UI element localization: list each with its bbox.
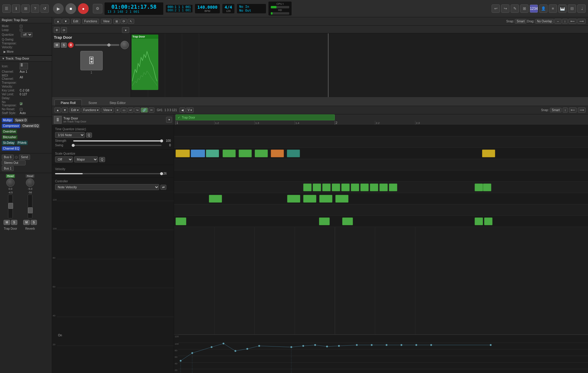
strength-thumb[interactable] [160, 139, 163, 142]
list-view-icon[interactable]: ≡ [549, 4, 557, 13]
plugin-bitcrusher[interactable]: Bitcrusher [2, 135, 18, 139]
tq-select[interactable]: 1/16 Note [55, 132, 85, 138]
settings-icon[interactable]: ⚙ [93, 4, 102, 13]
pr-redo-btn[interactable]: ↪ [134, 108, 140, 113]
note-clap-11[interactable] [475, 184, 483, 191]
piano-icon[interactable]: 🎹 [558, 4, 567, 13]
bus-6-button[interactable]: Bus 6 [2, 155, 14, 160]
loop-checkbox[interactable] [20, 29, 23, 32]
plugin-stdelay[interactable]: St-Delay [2, 141, 15, 145]
loop-button[interactable]: ⟳ [121, 19, 127, 24]
pr-notes-canvas[interactable] [174, 125, 588, 334]
send-button[interactable]: Send [19, 155, 30, 160]
zoom-in-v-button[interactable]: ↕ [562, 19, 568, 24]
pr-nav-down[interactable]: ▼ [62, 108, 68, 113]
pr-arrow-left[interactable]: ◀ [179, 108, 185, 113]
pr-region-bar[interactable]: ✓ Trap Door [176, 114, 335, 120]
region-trapdoor[interactable]: Trap Door [132, 35, 158, 90]
pr-edit-menu[interactable]: Edit ▾ [69, 108, 80, 113]
note-clap-8[interactable] [370, 184, 378, 191]
ruler-dropdown[interactable]: ▾ [122, 27, 129, 33]
strength-slider[interactable] [73, 140, 162, 142]
note-clap-6[interactable] [351, 184, 359, 191]
snap-value[interactable]: Smart [515, 19, 526, 24]
fader-track-2[interactable] [28, 195, 32, 218]
refresh-icon[interactable]: ↺ [40, 4, 49, 13]
ctrl-arrows-button[interactable]: ⇄ [160, 185, 166, 190]
vel-slider[interactable] [55, 173, 162, 174]
sq-off-select[interactable]: Off [55, 156, 73, 162]
undo-icon[interactable]: ↩ [492, 4, 500, 13]
note-hihat-1-9[interactable] [482, 150, 495, 157]
window-icon[interactable]: ⊞ [21, 4, 30, 13]
functions-menu[interactable]: Functions [82, 19, 99, 24]
plugin-channeleq2[interactable]: Channel EQ [2, 146, 20, 151]
note-hihat-1-6[interactable] [255, 150, 268, 157]
note-hihat-1-2[interactable] [191, 150, 205, 157]
pr-select-btn[interactable]: ▭ [121, 108, 127, 113]
tab-piano-roll[interactable]: Piano Roll [54, 100, 82, 106]
ctrl-select[interactable]: Note Velocity [55, 184, 159, 190]
pr-instr-expand[interactable]: ▾ [166, 117, 172, 123]
track-mute-button[interactable]: M [54, 43, 60, 48]
mute-checkbox[interactable] [20, 25, 23, 28]
note-clap-4[interactable] [332, 184, 340, 191]
plugin-channeleq1[interactable]: Channel EQ [21, 124, 40, 128]
note-kick-1-5[interactable] [484, 217, 492, 225]
mute-btn-1[interactable]: M [4, 220, 10, 225]
zoom-in-button[interactable]: ⟶ [577, 19, 586, 24]
no-transpose-checkbox[interactable]: ✓ [20, 102, 23, 105]
bus-knob[interactable] [15, 156, 18, 159]
timeline-canvas[interactable]: Trap Door [131, 33, 588, 97]
pr-scissors-btn[interactable]: ✂ [148, 108, 154, 113]
plugin-multipr[interactable]: Multipr [2, 118, 13, 122]
note-hihat-1-7[interactable] [271, 150, 284, 157]
drag-value[interactable]: No Overlap [535, 19, 554, 24]
note-clap-1[interactable] [303, 184, 312, 191]
fader-knob-1[interactable] [6, 178, 15, 187]
plugin-piverb[interactable]: PiVerb [16, 141, 27, 145]
pr-v-btn[interactable]: V ▾ [186, 108, 194, 113]
pan-knob[interactable] [121, 41, 129, 49]
tab-score[interactable]: Score [82, 100, 103, 106]
note-kick-1-2[interactable] [319, 217, 330, 225]
note-clap-9[interactable] [379, 184, 388, 191]
note-kick-1-1[interactable] [176, 217, 186, 225]
fader-knob-2[interactable] [26, 178, 34, 187]
note-hihat-1-4[interactable] [223, 150, 236, 157]
loop-mode-button[interactable]: ⟳ [61, 27, 67, 33]
pr-zoom-h[interactable]: ↕ [563, 108, 568, 113]
stop-button[interactable]: ■ [65, 3, 76, 14]
number-icon[interactable]: 1234 [530, 4, 538, 13]
quantize-select[interactable]: off [21, 32, 32, 37]
zoom-out-h-button[interactable]: ↔ [554, 19, 562, 24]
note-snare-1-1[interactable] [209, 195, 222, 203]
volume-thumb[interactable] [107, 43, 110, 46]
note-hihat-1-3[interactable] [206, 150, 219, 157]
pr-zoom-v-left[interactable]: ⟵ [569, 108, 577, 113]
edit-menu[interactable]: Edit [71, 19, 80, 24]
vel-thumb[interactable] [160, 172, 163, 175]
no-reset-checkbox[interactable] [20, 108, 23, 111]
track-solo-button[interactable]: S [61, 43, 67, 48]
view-menu[interactable]: View [101, 19, 112, 24]
note-hihat-1-5[interactable] [239, 150, 252, 157]
note-clap-2[interactable] [313, 184, 321, 191]
add-track-button[interactable]: + [54, 27, 60, 33]
pr-list-btn[interactable]: ≡ [115, 108, 120, 113]
note-snare-1-5[interactable] [335, 195, 348, 203]
plugin-spaced[interactable]: Space D [14, 118, 28, 122]
sq-q-button[interactable]: Q [99, 157, 105, 162]
plugin-compressor[interactable]: Compressor [2, 124, 20, 128]
play-button[interactable]: ▶ [53, 3, 64, 14]
note-hihat-1-1[interactable] [176, 150, 190, 157]
more-button[interactable]: ▶ More [2, 49, 50, 54]
note-snare-1-3[interactable] [303, 195, 316, 203]
fader-track-1[interactable] [8, 195, 13, 218]
pr-link-btn[interactable]: 🔗 [141, 108, 148, 113]
pr-view-menu[interactable]: View ▾ [101, 108, 114, 113]
info-icon[interactable]: ℹ [12, 4, 20, 13]
note-clap-12[interactable] [483, 184, 491, 191]
note-clap-10[interactable] [389, 184, 397, 191]
fader-thumb-2[interactable] [28, 207, 33, 213]
